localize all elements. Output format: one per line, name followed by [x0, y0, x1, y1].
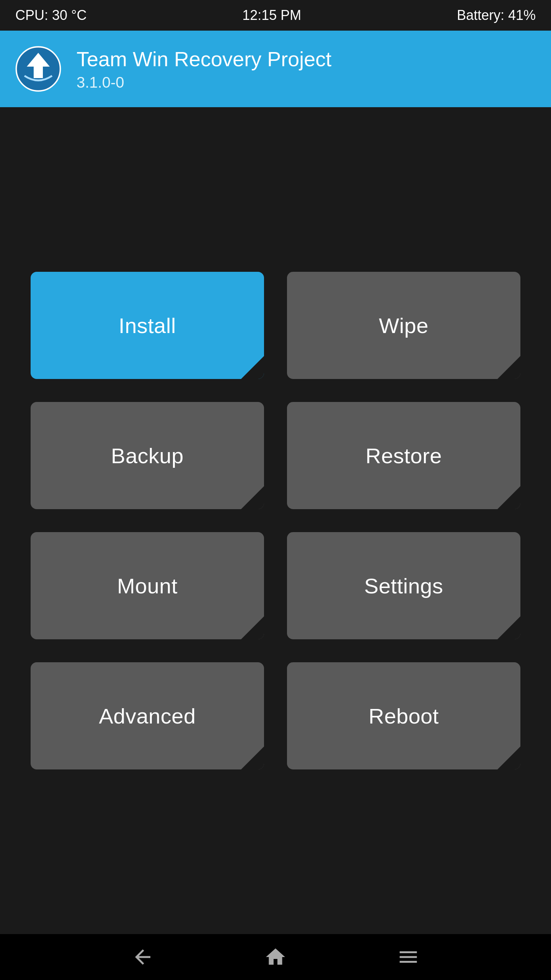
button-row-4: Advanced Reboot [31, 662, 520, 769]
home-nav-button[interactable] [260, 942, 291, 972]
header-text-group: Team Win Recovery Project 3.1.0-0 [77, 47, 331, 91]
reboot-label: Reboot [368, 704, 439, 728]
install-button[interactable]: Install [31, 272, 264, 379]
time-status: 12:15 PM [242, 7, 301, 23]
install-label: Install [119, 313, 176, 338]
nav-bar [0, 934, 551, 980]
app-title: Team Win Recovery Project [77, 47, 331, 72]
backup-button[interactable]: Backup [31, 402, 264, 509]
home-icon [264, 946, 287, 969]
settings-label: Settings [364, 573, 443, 598]
cpu-status: CPU: 30 °C [15, 7, 86, 23]
backup-label: Backup [111, 443, 184, 468]
button-row-3: Mount Settings [31, 532, 520, 639]
wipe-label: Wipe [379, 313, 429, 338]
back-arrow-icon [131, 946, 154, 969]
back-nav-button[interactable] [127, 942, 158, 972]
button-row-2: Backup Restore [31, 402, 520, 509]
wipe-button[interactable]: Wipe [287, 272, 520, 379]
advanced-button[interactable]: Advanced [31, 662, 264, 769]
app-header: Team Win Recovery Project 3.1.0-0 [0, 31, 551, 107]
menu-icon [397, 946, 420, 969]
restore-button[interactable]: Restore [287, 402, 520, 509]
settings-button[interactable]: Settings [287, 532, 520, 639]
advanced-label: Advanced [99, 704, 196, 728]
reboot-button[interactable]: Reboot [287, 662, 520, 769]
button-row-1: Install Wipe [31, 272, 520, 379]
mount-label: Mount [117, 573, 178, 598]
menu-nav-button[interactable] [393, 942, 424, 972]
status-bar: CPU: 30 °C 12:15 PM Battery: 41% [0, 0, 551, 31]
main-content: Install Wipe Backup Restore Mount Settin… [0, 107, 551, 934]
app-version: 3.1.0-0 [77, 74, 331, 91]
battery-status: Battery: 41% [457, 7, 536, 23]
mount-button[interactable]: Mount [31, 532, 264, 639]
restore-label: Restore [365, 443, 442, 468]
app-logo-icon [15, 46, 61, 92]
